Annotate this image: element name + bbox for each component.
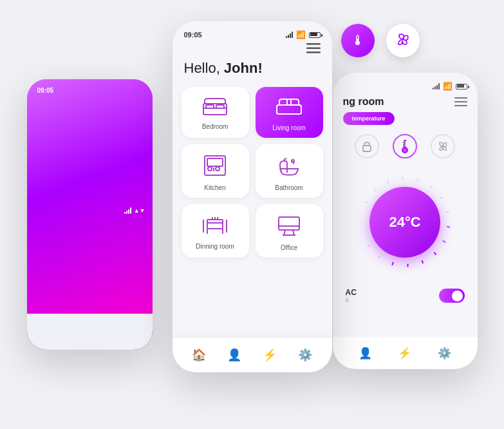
temp-phone: 📶 ng room temperature	[333, 73, 478, 369]
login-phone: 09:05 ▲▼ Smart Home EMAIL	[27, 79, 153, 350]
temp-control[interactable]	[393, 134, 417, 158]
svg-rect-19	[454, 97, 467, 99]
svg-point-0	[402, 38, 404, 41]
dinning-room-icon	[201, 214, 229, 238]
svg-rect-13	[207, 158, 223, 166]
room-card-dinning-room[interactable]: Dinning room	[182, 204, 249, 258]
room-card-office[interactable]: Office	[256, 204, 323, 258]
svg-line-40	[367, 245, 369, 247]
nav-user-icon[interactable]: 👤	[227, 348, 241, 362]
hamburger-menu[interactable]	[173, 43, 332, 59]
right-bottom-nav: 👤 ⚡ ⚙️	[333, 337, 478, 369]
svg-line-29	[416, 178, 418, 182]
svg-point-14	[208, 167, 212, 171]
svg-rect-11	[277, 105, 301, 114]
svg-rect-10	[216, 105, 224, 108]
svg-line-38	[392, 262, 393, 265]
thermostat[interactable]: 24°C	[352, 169, 458, 275]
svg-rect-5	[306, 43, 321, 45]
svg-line-32	[445, 211, 449, 212]
fan-control[interactable]	[431, 134, 455, 158]
svg-rect-20	[454, 101, 467, 102]
right-nav-settings-icon[interactable]: ⚙️	[438, 347, 451, 360]
controls-row	[333, 134, 478, 169]
bedroom-icon	[203, 97, 227, 118]
room-card-kitchen[interactable]: Kitchen	[182, 144, 249, 198]
svg-rect-22	[363, 146, 371, 151]
thermostat-display: 24°C	[369, 187, 440, 258]
bathroom-icon	[277, 155, 301, 179]
lock-control[interactable]	[355, 134, 379, 158]
screens-container: 🌡 09:05 ▲▼	[27, 15, 478, 414]
nav-settings-icon[interactable]: ⚙️	[298, 348, 312, 362]
svg-line-33	[447, 227, 450, 227]
svg-line-25	[364, 202, 367, 204]
room-card-bathroom[interactable]: Bathroom	[256, 144, 323, 198]
kitchen-icon	[203, 155, 227, 179]
svg-line-35	[434, 253, 436, 255]
svg-point-15	[216, 167, 219, 171]
svg-rect-17	[207, 220, 223, 229]
room-card-bedroom[interactable]: Bedroom	[182, 87, 249, 138]
ac-row: AC d	[333, 285, 478, 307]
ac-toggle[interactable]	[439, 289, 465, 303]
center-status-icons: 📶	[286, 30, 321, 39]
right-hamburger-icon[interactable]	[454, 97, 467, 106]
ac-info: AC d	[346, 288, 357, 303]
left-time: 09:05	[37, 87, 54, 334]
left-bottom-area	[27, 314, 153, 350]
svg-line-31	[440, 197, 442, 199]
svg-rect-18	[279, 217, 299, 230]
svg-point-24	[442, 145, 444, 148]
right-nav-user-icon[interactable]: 👤	[359, 347, 372, 360]
main-phone: 09:05 📶 Hello, John!	[173, 21, 332, 372]
right-nav-bolt-icon[interactable]: ⚡	[398, 347, 411, 360]
right-room-header: ng room	[333, 95, 478, 111]
svg-rect-21	[454, 105, 467, 106]
svg-line-34	[442, 241, 445, 243]
temp-tab[interactable]: temperature	[343, 112, 395, 125]
hamburger-icon	[306, 43, 321, 53]
left-status-icons: ▲▼	[124, 87, 145, 334]
float-thermometer-icon[interactable]: 🌡	[341, 24, 375, 57]
svg-line-26	[374, 189, 376, 191]
toggle-knob	[452, 291, 463, 301]
rooms-grid: Bedroom Living room	[173, 87, 332, 258]
thermometer-icon: 🌡	[351, 32, 365, 49]
center-bottom-nav: 🏠 👤 ⚡ ⚙️	[173, 338, 332, 372]
float-fan-icon[interactable]	[386, 24, 420, 57]
thermostat-container: 24°C	[333, 169, 478, 275]
right-wifi-icon: 📶	[443, 82, 453, 91]
left-status-bar: 09:05 ▲▼	[27, 79, 153, 337]
greeting-text: Hello, John!	[173, 59, 332, 87]
svg-line-36	[422, 260, 423, 263]
room-card-living-room[interactable]: Living room	[256, 87, 323, 138]
right-status-bar: 📶	[333, 73, 478, 95]
nav-bolt-icon[interactable]: ⚡	[263, 348, 277, 362]
svg-line-27	[387, 180, 388, 184]
nav-home-icon[interactable]: 🏠	[192, 348, 206, 362]
office-icon	[276, 214, 302, 239]
fan-icon	[396, 32, 410, 50]
svg-rect-6	[306, 48, 321, 50]
svg-rect-7	[306, 52, 321, 53]
wifi-icon: 📶	[296, 30, 306, 39]
right-room-name: ng room	[343, 96, 384, 108]
center-status-bar: 09:05 📶	[173, 21, 332, 43]
svg-point-23	[402, 148, 407, 153]
svg-rect-9	[206, 105, 214, 108]
living-room-icon	[275, 97, 303, 119]
svg-line-39	[378, 256, 380, 258]
svg-line-30	[430, 186, 432, 188]
